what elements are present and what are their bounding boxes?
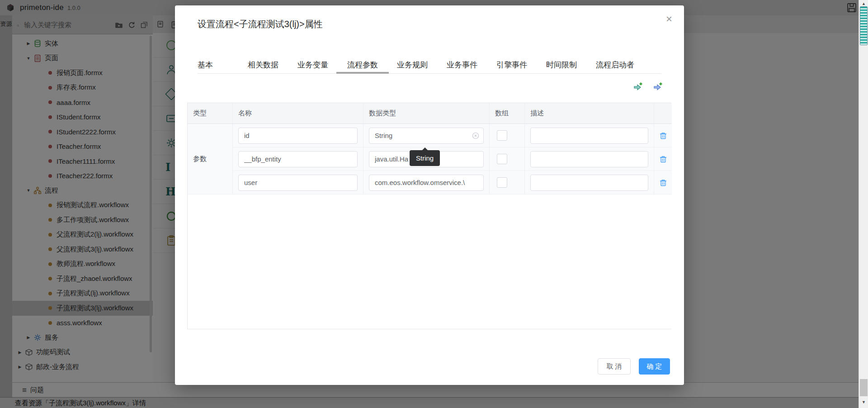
column-header: 数组 (490, 103, 525, 124)
param-desc-input[interactable] (530, 128, 648, 144)
dialog-tab-7[interactable]: 引擎事件 (496, 56, 527, 73)
column-header: 类型 (188, 103, 233, 124)
param-type-cell: 参数 (188, 124, 233, 195)
clear-icon[interactable] (472, 132, 479, 139)
param-desc-input[interactable] (530, 151, 648, 167)
param-desc-input[interactable] (530, 175, 648, 191)
properties-dialog: 设置流程<子流程测试3(lj)>属性 × 基本相关数据业务变量流程参数业务规则业… (175, 5, 684, 385)
column-header: 名称 (233, 103, 363, 124)
param-name-input[interactable] (238, 128, 358, 144)
scroll-up-icon[interactable]: ▲ (859, 1, 868, 6)
delete-row-icon[interactable] (659, 179, 667, 187)
column-header: 数据类型 (363, 103, 490, 124)
tooltip-text: String (416, 154, 434, 162)
param-name-input[interactable] (238, 175, 358, 191)
scrollbar-thumb[interactable] (860, 379, 868, 396)
scroll-down-icon[interactable]: ▼ (859, 400, 868, 404)
param-datatype-input[interactable] (369, 128, 484, 144)
param-datatype-input[interactable] (369, 175, 484, 191)
dialog-tab-4[interactable]: 流程参数 (347, 56, 378, 73)
dialog-tab-8[interactable]: 时间限制 (546, 56, 577, 73)
app-scrollbar[interactable]: ▲ ▼ (859, 0, 868, 408)
close-icon[interactable]: × (666, 14, 672, 24)
dialog-tab-6[interactable]: 业务事件 (447, 56, 477, 73)
param-toolbar (633, 82, 663, 92)
array-checkbox[interactable] (497, 154, 507, 164)
column-header (654, 103, 672, 124)
array-checkbox[interactable] (497, 177, 507, 188)
array-checkbox[interactable] (497, 130, 507, 141)
params-table: 类型名称数据类型数组描述参数 (187, 103, 671, 329)
dialog-tab-9[interactable]: 流程启动者 (596, 56, 634, 73)
param-name-input[interactable] (238, 151, 358, 167)
dialog-tab-1[interactable]: 基本 (198, 56, 213, 73)
add-input-param-icon[interactable] (633, 82, 643, 92)
dialog-title: 设置流程<子流程测试3(lj)>属性 (198, 18, 323, 30)
delete-row-icon[interactable] (659, 155, 667, 163)
add-output-param-icon[interactable] (653, 82, 663, 92)
cancel-button[interactable]: 取 消 (598, 358, 631, 375)
dialog-tab-3[interactable]: 业务变量 (297, 56, 328, 73)
scrollbar-marker[interactable] (860, 6, 868, 45)
dialog-tabs: 基本相关数据业务变量流程参数业务规则业务事件引擎事件时间限制流程启动者 (198, 56, 661, 74)
column-header: 描述 (525, 103, 654, 124)
dialog-tab-2[interactable]: 相关数据 (248, 56, 278, 73)
dialog-tab-5[interactable]: 业务规则 (397, 56, 428, 73)
datatype-tooltip: String (410, 150, 440, 166)
delete-row-icon[interactable] (659, 132, 667, 140)
table-empty-area (188, 195, 672, 329)
ok-button[interactable]: 确 定 (639, 358, 670, 375)
